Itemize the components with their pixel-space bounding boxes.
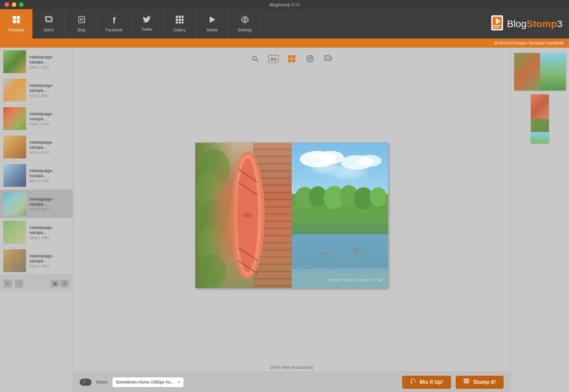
sidebar-filename: mikkelpaige-saxapa... (29, 140, 70, 150)
close-button[interactable] (5, 2, 9, 7)
svg-rect-0 (13, 16, 16, 19)
sidebar-filename: mikkelpaige-saxapa... (29, 111, 70, 121)
svg-rect-14 (179, 19, 181, 21)
text-format-icon[interactable]: Aa (268, 55, 278, 63)
instagram-icon[interactable] (305, 54, 315, 64)
list-view-button[interactable]: ☰ (60, 280, 69, 287)
logo-icon (491, 15, 505, 32)
thumbnail (3, 79, 26, 102)
sidebar-filename: mikkelpaige-saxapa... (29, 197, 70, 206)
svg-point-44 (237, 158, 258, 272)
svg-rect-28 (292, 55, 295, 58)
image-display: SOMETIMESHOME.COM (73, 68, 510, 363)
maximize-button[interactable] (19, 2, 24, 7)
remove-image-button[interactable]: − (15, 280, 23, 287)
media-icon (208, 15, 217, 26)
dark-mode-toggle[interactable] (80, 379, 91, 386)
sidebar-dims: 6016 x 4016 (29, 151, 70, 155)
right-panel (510, 48, 569, 392)
preview-tall[interactable] (531, 94, 549, 143)
view-label: 100% View (Actual Size) (270, 363, 313, 372)
toolbar-freestyle[interactable]: Freestyle (0, 9, 33, 39)
sidebar-item[interactable]: mikkelpaige-saxapa... 5818 x 3884 (0, 218, 73, 247)
svg-point-33 (311, 57, 312, 57)
toolbar-settings[interactable]: Settings (229, 9, 261, 39)
svg-rect-10 (176, 16, 178, 18)
thumbnail (3, 136, 26, 158)
svg-rect-23 (493, 27, 499, 28)
svg-rect-18 (182, 22, 184, 24)
sidebar-item[interactable]: mikkelpaige-saxapa... 5689 x 3798 (0, 105, 73, 133)
layout-icon[interactable] (286, 54, 297, 64)
svg-point-54 (359, 155, 382, 167)
svg-point-61 (370, 187, 387, 207)
thumbnail (3, 50, 26, 73)
svg-point-37 (200, 149, 230, 188)
toolbar: Freestyle Batch Blog f Facebook (0, 9, 569, 39)
logo-area: BlogStomp3 (491, 9, 569, 39)
svg-point-64 (337, 259, 344, 262)
sidebar-info: mikkelpaige-saxapa... 5936 x 3963 (29, 253, 70, 268)
sidebar-dims: 5689 x 3798 (29, 122, 70, 126)
grid-view-button[interactable]: ▦ (51, 280, 59, 287)
facebook-label: Facebook (106, 28, 123, 32)
sidebar-item[interactable]: mikkelpaige-saxapa... 5936 x 3963 (0, 247, 73, 275)
stomp-it-button[interactable]: Stomp It! (456, 376, 504, 389)
sidebar-item[interactable]: mikkelpaige-saxapa... 3915 x 5864 (0, 190, 73, 218)
stomp-icon (463, 378, 470, 386)
sidebar-filename: mikkelpaige-saxapa... (29, 55, 70, 64)
sidebar-item[interactable]: mikkelpaige-saxapa... 3960 x 5932 (0, 48, 73, 76)
svg-point-32 (309, 57, 311, 60)
minimize-button[interactable] (12, 2, 16, 7)
styles-dropdown[interactable]: Sometimes Home 1080px ho... ▼ (112, 377, 184, 387)
svg-point-40 (198, 227, 222, 261)
sidebar-items: mikkelpaige-saxapa... 3960 x 5932 mikkel… (0, 48, 73, 275)
toolbar-blog[interactable]: Blog (65, 9, 98, 39)
svg-point-52 (318, 151, 344, 164)
dropdown-arrow-icon: ▼ (177, 380, 181, 384)
svg-rect-29 (288, 59, 291, 62)
toolbar-batch[interactable]: Batch (33, 9, 65, 39)
thumbnail (3, 192, 26, 215)
blog-label: Blog (77, 28, 85, 32)
svg-point-43 (234, 155, 261, 276)
svg-line-26 (256, 60, 258, 62)
svg-point-65 (352, 248, 362, 253)
toolbar-gallery[interactable]: Gallery (163, 9, 196, 39)
search-icon[interactable] (250, 54, 260, 64)
gallery-icon (175, 15, 184, 26)
preview-wide[interactable] (514, 53, 566, 90)
sidebar-info: mikkelpaige-saxapa... 5785 x 3862 (29, 83, 70, 98)
logo-text: BlogStomp3 (507, 18, 562, 29)
stats-text: 29,953,842 images Stomped! worldwide (494, 41, 564, 45)
sidebar-item[interactable]: mikkelpaige-saxapa... 5785 x 3862 (0, 76, 73, 105)
view-toggle: ▦ ☰ (51, 280, 69, 287)
svg-rect-30 (292, 59, 295, 62)
svg-rect-70 (465, 380, 468, 382)
sidebar: mikkelpaige-saxapa... 3960 x 5932 mikkel… (0, 48, 73, 392)
facebook-share-icon[interactable]: f (323, 54, 333, 64)
toolbar-media[interactable]: Media (196, 9, 229, 39)
preview-mid-thumb (531, 119, 549, 132)
kayak-svg (195, 143, 292, 288)
canvas-area: Aa f (73, 48, 510, 392)
sidebar-item[interactable]: mikkelpaige-saxapa... 3802 x 5695 (0, 161, 73, 190)
sidebar-dims: 3960 x 5932 (29, 65, 70, 69)
svg-text:f: f (331, 57, 332, 61)
sidebar-dims: 5818 x 3884 (29, 236, 70, 240)
toolbar-facebook[interactable]: f Facebook (98, 9, 131, 39)
sidebar-info: mikkelpaige-saxapa... 3802 x 5695 (29, 168, 70, 183)
toolbar-twitter[interactable]: Twitter (131, 9, 163, 39)
svg-point-63 (320, 252, 328, 256)
svg-point-39 (200, 199, 227, 237)
add-image-button[interactable]: + (4, 280, 12, 287)
svg-rect-22 (493, 25, 501, 26)
sidebar-dims: 5936 x 3963 (29, 264, 70, 268)
sidebar-dims: 3915 x 5864 (29, 207, 70, 211)
svg-rect-12 (182, 16, 184, 18)
mix-it-up-button[interactable]: Mix It Up! (402, 376, 451, 389)
sidebar-item[interactable]: mikkelpaige-saxapa... 6016 x 4016 (0, 133, 73, 161)
sidebar-bottom: + − ▦ ☰ (0, 275, 73, 291)
collage-right-image: SOMETIMESHOME.COM (292, 143, 388, 288)
sidebar-dims: 3802 x 5695 (29, 179, 70, 183)
